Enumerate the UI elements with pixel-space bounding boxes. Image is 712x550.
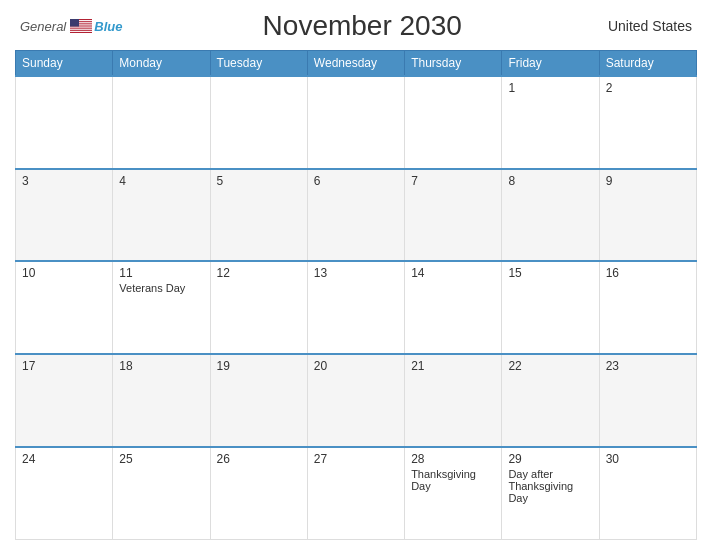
holiday-label: Veterans Day bbox=[119, 282, 203, 294]
weekday-header-monday: Monday bbox=[113, 51, 210, 77]
calendar-cell: 24 bbox=[16, 447, 113, 540]
calendar-cell: 13 bbox=[307, 261, 404, 354]
day-number: 14 bbox=[411, 266, 495, 280]
logo-blue-text: Blue bbox=[94, 19, 122, 34]
svg-rect-4 bbox=[70, 27, 92, 28]
day-number: 19 bbox=[217, 359, 301, 373]
calendar-week-row: 1011Veterans Day1213141516 bbox=[16, 261, 697, 354]
day-number: 28 bbox=[411, 452, 495, 466]
day-number: 23 bbox=[606, 359, 690, 373]
calendar-title: November 2030 bbox=[122, 10, 602, 42]
logo: General Blue bbox=[20, 19, 122, 34]
day-number: 9 bbox=[606, 174, 690, 188]
calendar-cell: 4 bbox=[113, 169, 210, 262]
logo-flag-icon bbox=[70, 19, 92, 33]
calendar-cell: 17 bbox=[16, 354, 113, 447]
calendar-week-row: 2425262728Thanksgiving Day29Day after Th… bbox=[16, 447, 697, 540]
calendar-cell: 8 bbox=[502, 169, 599, 262]
day-number: 12 bbox=[217, 266, 301, 280]
day-number: 15 bbox=[508, 266, 592, 280]
weekday-header-thursday: Thursday bbox=[405, 51, 502, 77]
weekday-header-saturday: Saturday bbox=[599, 51, 696, 77]
calendar-cell: 7 bbox=[405, 169, 502, 262]
calendar-cell: 15 bbox=[502, 261, 599, 354]
calendar-page: General Blue November 2030 United States… bbox=[0, 0, 712, 550]
country-label: United States bbox=[602, 18, 692, 34]
day-number: 16 bbox=[606, 266, 690, 280]
day-number: 5 bbox=[217, 174, 301, 188]
calendar-cell: 5 bbox=[210, 169, 307, 262]
day-number: 10 bbox=[22, 266, 106, 280]
calendar-cell: 1 bbox=[502, 76, 599, 169]
svg-rect-6 bbox=[70, 31, 92, 32]
day-number: 27 bbox=[314, 452, 398, 466]
calendar-cell: 20 bbox=[307, 354, 404, 447]
calendar-cell: 9 bbox=[599, 169, 696, 262]
logo-general-text: General bbox=[20, 19, 66, 34]
day-number: 1 bbox=[508, 81, 592, 95]
calendar-cell: 21 bbox=[405, 354, 502, 447]
calendar-cell: 22 bbox=[502, 354, 599, 447]
calendar-cell: 30 bbox=[599, 447, 696, 540]
calendar-cell bbox=[405, 76, 502, 169]
calendar-cell bbox=[113, 76, 210, 169]
calendar-cell: 12 bbox=[210, 261, 307, 354]
weekday-header-friday: Friday bbox=[502, 51, 599, 77]
svg-rect-5 bbox=[70, 29, 92, 30]
day-number: 29 bbox=[508, 452, 592, 466]
svg-rect-7 bbox=[70, 19, 79, 27]
weekday-header-row: SundayMondayTuesdayWednesdayThursdayFrid… bbox=[16, 51, 697, 77]
day-number: 26 bbox=[217, 452, 301, 466]
calendar-cell: 11Veterans Day bbox=[113, 261, 210, 354]
calendar-week-row: 17181920212223 bbox=[16, 354, 697, 447]
holiday-label: Thanksgiving Day bbox=[411, 468, 495, 492]
day-number: 30 bbox=[606, 452, 690, 466]
calendar-cell: 3 bbox=[16, 169, 113, 262]
calendar-cell: 28Thanksgiving Day bbox=[405, 447, 502, 540]
day-number: 4 bbox=[119, 174, 203, 188]
calendar-cell bbox=[210, 76, 307, 169]
calendar-cell: 23 bbox=[599, 354, 696, 447]
calendar-table: SundayMondayTuesdayWednesdayThursdayFrid… bbox=[15, 50, 697, 540]
calendar-cell: 19 bbox=[210, 354, 307, 447]
calendar-cell: 10 bbox=[16, 261, 113, 354]
calendar-cell bbox=[16, 76, 113, 169]
weekday-header-sunday: Sunday bbox=[16, 51, 113, 77]
calendar-week-row: 12 bbox=[16, 76, 697, 169]
day-number: 21 bbox=[411, 359, 495, 373]
calendar-cell: 29Day after Thanksgiving Day bbox=[502, 447, 599, 540]
day-number: 25 bbox=[119, 452, 203, 466]
day-number: 3 bbox=[22, 174, 106, 188]
day-number: 11 bbox=[119, 266, 203, 280]
day-number: 8 bbox=[508, 174, 592, 188]
day-number: 24 bbox=[22, 452, 106, 466]
day-number: 6 bbox=[314, 174, 398, 188]
calendar-cell: 26 bbox=[210, 447, 307, 540]
calendar-cell: 6 bbox=[307, 169, 404, 262]
holiday-label: Day after Thanksgiving Day bbox=[508, 468, 592, 504]
header: General Blue November 2030 United States bbox=[15, 10, 697, 42]
calendar-cell: 27 bbox=[307, 447, 404, 540]
day-number: 13 bbox=[314, 266, 398, 280]
day-number: 20 bbox=[314, 359, 398, 373]
day-number: 17 bbox=[22, 359, 106, 373]
calendar-cell: 16 bbox=[599, 261, 696, 354]
calendar-cell: 14 bbox=[405, 261, 502, 354]
calendar-cell: 2 bbox=[599, 76, 696, 169]
calendar-cell: 18 bbox=[113, 354, 210, 447]
calendar-cell: 25 bbox=[113, 447, 210, 540]
weekday-header-tuesday: Tuesday bbox=[210, 51, 307, 77]
calendar-cell bbox=[307, 76, 404, 169]
day-number: 22 bbox=[508, 359, 592, 373]
weekday-header-wednesday: Wednesday bbox=[307, 51, 404, 77]
day-number: 7 bbox=[411, 174, 495, 188]
day-number: 2 bbox=[606, 81, 690, 95]
calendar-week-row: 3456789 bbox=[16, 169, 697, 262]
day-number: 18 bbox=[119, 359, 203, 373]
